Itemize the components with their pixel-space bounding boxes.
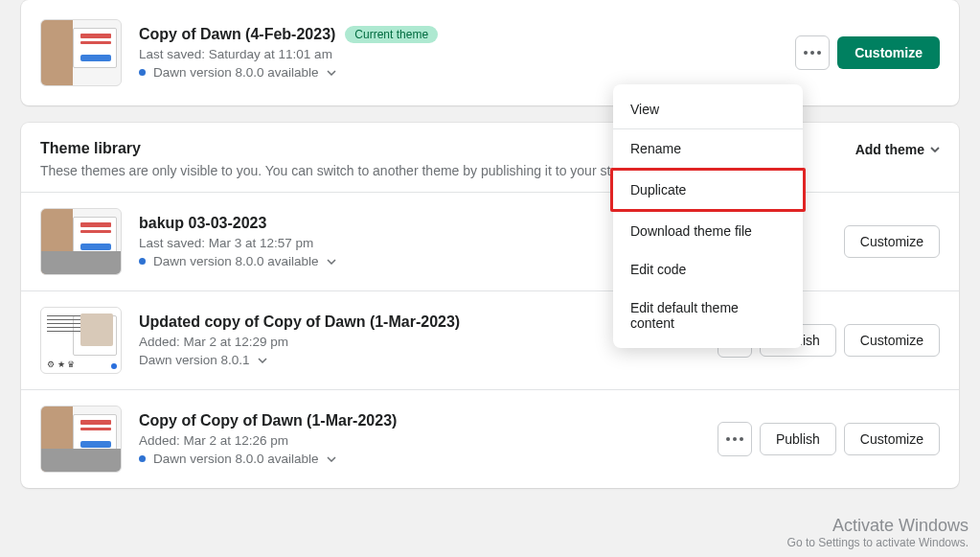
version-text: Dawn version 8.0.1 <box>139 353 250 367</box>
dots-icon <box>726 437 743 441</box>
chevron-down-icon <box>327 257 336 267</box>
added-text: Added: Mar 2 at 12:26 pm <box>139 433 718 448</box>
theme-actions-dropdown: View Rename Duplicate Download theme fil… <box>613 84 803 348</box>
dropdown-edit-code[interactable]: Edit code <box>613 250 803 289</box>
theme-title: Copy of Copy of Dawn (1-Mar-2023) <box>139 412 397 429</box>
customize-button[interactable]: Customize <box>844 423 940 455</box>
chevron-down-icon <box>327 68 336 78</box>
publish-button[interactable]: Publish <box>760 423 836 455</box>
version-text: Dawn version 8.0.0 available <box>153 65 319 80</box>
dropdown-view[interactable]: View <box>613 90 803 128</box>
add-theme-label: Add theme <box>855 142 924 157</box>
theme-title: bakup 03-03-2023 <box>139 215 266 232</box>
last-saved-text: Last saved: Saturday at 11:01 am <box>139 47 795 61</box>
version-text: Dawn version 8.0.0 available <box>153 452 319 466</box>
theme-thumbnail <box>40 19 122 86</box>
update-dot-icon <box>139 69 146 76</box>
theme-row: bakup 03-03-2023 Last saved: Mar 3 at 12… <box>21 192 959 290</box>
current-theme-card: Copy of Dawn (4-Feb-2023) Current theme … <box>21 0 959 105</box>
windows-activation-watermark: Activate Windows Go to Settings to activ… <box>787 516 969 549</box>
more-actions-button[interactable] <box>795 35 830 70</box>
customize-button[interactable]: Customize <box>837 36 940 69</box>
theme-thumbnail: ⚙ ★ ♛ <box>40 307 122 374</box>
library-description: These themes are only visible to you. Yo… <box>40 163 610 178</box>
update-dot-icon <box>139 258 146 265</box>
dots-icon <box>804 51 821 55</box>
add-theme-button[interactable]: Add theme <box>855 142 940 157</box>
dropdown-download[interactable]: Download theme file <box>613 212 803 250</box>
chevron-down-icon <box>930 147 940 152</box>
theme-row: Copy of Copy of Dawn (1-Mar-2023) Added:… <box>21 389 959 488</box>
customize-button[interactable]: Customize <box>844 324 940 357</box>
dropdown-rename[interactable]: Rename <box>613 129 803 168</box>
chevron-down-icon <box>327 454 336 464</box>
update-dot-icon <box>139 455 146 462</box>
theme-title: Copy of Dawn (4-Feb-2023) <box>139 26 335 43</box>
theme-thumbnail <box>40 208 122 275</box>
theme-thumbnail <box>40 406 122 473</box>
chevron-down-icon <box>258 356 267 365</box>
customize-button[interactable]: Customize <box>844 225 940 258</box>
version-dropdown[interactable]: Dawn version 8.0.1 <box>139 353 718 367</box>
library-heading: Theme library <box>40 140 610 157</box>
current-theme-badge: Current theme <box>345 26 438 43</box>
theme-title: Updated copy of Copy of Dawn (1-Mar-2023… <box>139 313 460 331</box>
more-actions-button[interactable] <box>718 422 752 456</box>
theme-row: ⚙ ★ ♛ Updated copy of Copy of Dawn (1-Ma… <box>21 290 959 389</box>
watermark-title: Activate Windows <box>787 516 969 536</box>
version-dropdown[interactable]: Dawn version 8.0.0 available <box>139 452 718 466</box>
dropdown-duplicate[interactable]: Duplicate <box>610 168 806 212</box>
version-dropdown[interactable]: Dawn version 8.0.0 available <box>139 65 795 80</box>
theme-library-card: Theme library These themes are only visi… <box>21 123 959 488</box>
version-text: Dawn version 8.0.0 available <box>153 254 319 268</box>
dropdown-edit-default[interactable]: Edit default theme content <box>613 289 803 342</box>
watermark-sub: Go to Settings to activate Windows. <box>787 536 969 549</box>
